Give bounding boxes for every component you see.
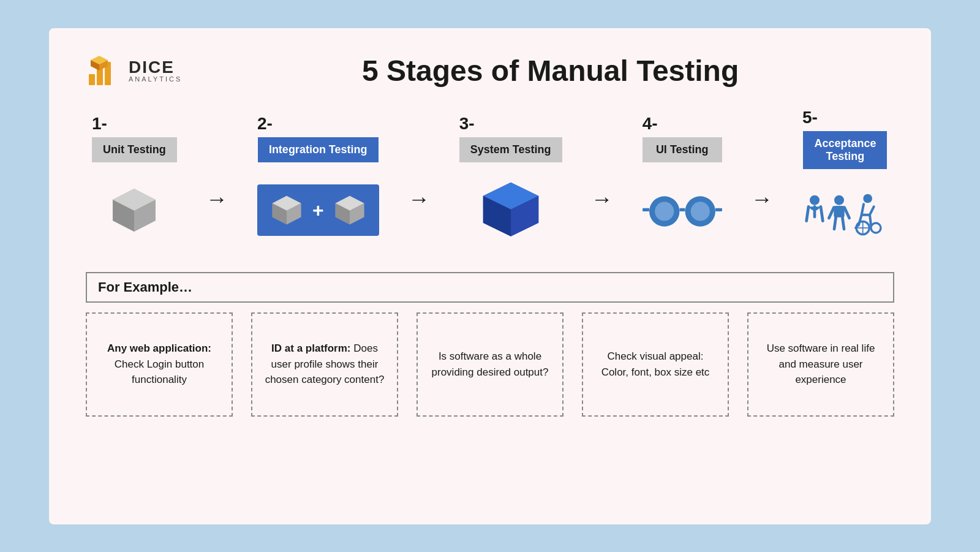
svg-line-34 bbox=[845, 207, 850, 217]
stage-3-number: 3- bbox=[459, 114, 475, 134]
glasses-svg bbox=[643, 189, 722, 232]
examples-row: Any web application: Check Login button … bbox=[86, 312, 894, 417]
logo-brand: DICE bbox=[129, 59, 182, 76]
stage-3-label: System Testing bbox=[459, 137, 562, 162]
example-5-text: Use software in real life and measure us… bbox=[758, 341, 883, 388]
stage-1: 1- Unit Testing bbox=[92, 114, 177, 247]
stage-4-number: 4- bbox=[643, 114, 658, 134]
logo: DICE ANALYTICS bbox=[86, 53, 182, 89]
svg-rect-28 bbox=[715, 208, 722, 211]
header-row: DICE ANALYTICS 5 Stages of Manual Testin… bbox=[86, 53, 894, 89]
svg-rect-0 bbox=[89, 74, 95, 85]
stage-2-icon: + bbox=[257, 173, 379, 247]
svg-rect-27 bbox=[643, 208, 649, 211]
example-3-text: Is software as a whole providing desired… bbox=[428, 349, 552, 380]
svg-point-23 bbox=[655, 202, 674, 221]
svg-line-39 bbox=[870, 214, 871, 225]
for-example-row: For Example… bbox=[86, 272, 894, 303]
arrow-2: → bbox=[408, 186, 430, 212]
integration-icon-box: + bbox=[257, 184, 379, 236]
example-2-text: ID at a platform: Does user profile show… bbox=[262, 341, 387, 388]
svg-rect-26 bbox=[679, 208, 685, 211]
integration-cube-left bbox=[268, 192, 305, 229]
slide-title: 5 Stages of Manual Testing bbox=[206, 54, 894, 88]
stage-2-label: Integration Testing bbox=[258, 137, 379, 162]
example-card-3: Is software as a whole providing desired… bbox=[417, 312, 564, 417]
example-card-1: Any web application: Check Login button … bbox=[86, 312, 233, 417]
dice-logo-icon bbox=[86, 53, 123, 89]
people-svg bbox=[802, 186, 888, 248]
example-1-text: Any web application: Check Login button … bbox=[97, 341, 222, 388]
stage-4-label: UI Testing bbox=[643, 137, 722, 162]
svg-line-35 bbox=[834, 217, 836, 229]
stage-1-number: 1- bbox=[92, 114, 107, 134]
svg-rect-32 bbox=[834, 206, 844, 217]
stage-3-icon bbox=[477, 173, 545, 247]
svg-point-29 bbox=[810, 195, 820, 205]
stage-3: 3- System Testing bbox=[459, 114, 562, 247]
svg-line-36 bbox=[842, 217, 844, 229]
gray-cube-svg bbox=[107, 183, 162, 238]
bottom-content: For Example… Any web application: Check … bbox=[86, 272, 894, 417]
svg-point-37 bbox=[863, 194, 872, 203]
for-example-label: For Example… bbox=[86, 272, 894, 303]
example-4-text: Check visual appeal: Color, font, box si… bbox=[593, 349, 718, 380]
stage-1-icon bbox=[107, 173, 162, 247]
stage-1-label: Unit Testing bbox=[92, 137, 177, 162]
svg-point-31 bbox=[834, 195, 844, 205]
integration-cube-right bbox=[331, 192, 368, 229]
arrow-1: → bbox=[206, 186, 228, 212]
stage-5-label: AcceptanceTesting bbox=[803, 131, 887, 169]
logo-text: DICE ANALYTICS bbox=[129, 59, 182, 83]
arrow-3: → bbox=[591, 186, 613, 212]
svg-point-41 bbox=[871, 223, 881, 233]
example-card-5: Use software in real life and measure us… bbox=[747, 312, 894, 417]
stage-4: 4- UI Testing bbox=[643, 114, 722, 247]
stages-container: 1- Unit Testing → 2- Integration Testing bbox=[86, 108, 894, 254]
slide: DICE ANALYTICS 5 Stages of Manual Testin… bbox=[49, 28, 931, 524]
stage-5-icon bbox=[802, 180, 888, 254]
example-card-4: Check visual appeal: Color, font, box si… bbox=[582, 312, 729, 417]
stage-5-number: 5- bbox=[802, 108, 818, 127]
stage-2-number: 2- bbox=[257, 114, 273, 134]
example-card-2: ID at a platform: Does user profile show… bbox=[251, 312, 398, 417]
logo-sub: ANALYTICS bbox=[129, 76, 182, 83]
blue-cube-svg bbox=[477, 176, 545, 244]
stage-2: 2- Integration Testing + bbox=[257, 114, 379, 247]
svg-point-25 bbox=[690, 202, 709, 221]
svg-rect-1 bbox=[97, 68, 103, 85]
arrow-4: → bbox=[751, 186, 773, 212]
stage-4-icon bbox=[643, 173, 722, 247]
svg-line-33 bbox=[829, 207, 834, 217]
stage-5: 5- AcceptanceTesting bbox=[802, 108, 888, 254]
